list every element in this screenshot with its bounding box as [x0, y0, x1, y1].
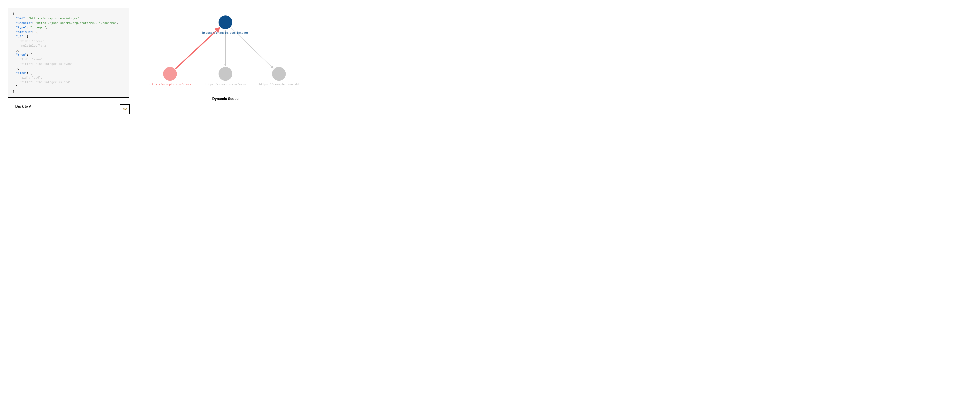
left-panel: { "$id": "https://example.com/integer", … — [8, 8, 129, 108]
node-label-check: https://example.com/check — [149, 83, 191, 86]
dynamic-scope-diagram: https://example.com/integerhttps://examp… — [149, 8, 302, 94]
node-label-even: https://example.com/even — [205, 83, 246, 86]
node-check — [163, 67, 177, 81]
node-even — [218, 67, 232, 81]
node-label-odd: https://example.com/odd — [259, 83, 299, 86]
node-root — [218, 16, 232, 29]
instance-value-box: 42 — [120, 104, 130, 114]
node-label-root: https://example.com/integer — [202, 31, 249, 35]
instance-value: 42 — [123, 107, 127, 111]
left-caption: Back to # — [8, 104, 129, 108]
schema-code-block: { "$id": "https://example.com/integer", … — [8, 8, 129, 98]
right-panel: https://example.com/integerhttps://examp… — [149, 8, 302, 110]
right-caption: Dynamic Scope — [149, 97, 302, 101]
figure-container: { "$id": "https://example.com/integer", … — [8, 8, 302, 110]
node-odd — [272, 67, 286, 81]
